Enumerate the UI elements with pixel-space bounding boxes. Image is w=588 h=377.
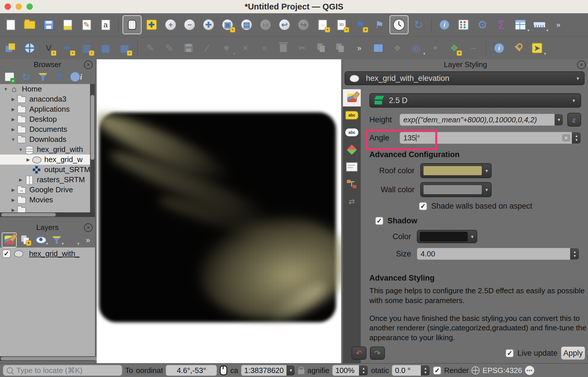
tree-item-hex-grid-geopackage[interactable]: ▼ hex_grid_with bbox=[0, 144, 95, 155]
manage-visibility-button[interactable]: ▾ bbox=[34, 233, 48, 247]
rotation-spinbox[interactable]: 0.0 ° ▲▼ bbox=[392, 365, 430, 376]
processing-toolbox-button[interactable]: ⚙ bbox=[474, 16, 491, 34]
tree-item-desktop[interactable]: ▶ Desktop bbox=[0, 114, 95, 124]
add-group-button[interactable]: ✚ bbox=[18, 233, 32, 247]
pan-map-button[interactable] bbox=[123, 15, 142, 34]
browser-filter-button[interactable] bbox=[36, 70, 50, 84]
expander-icon[interactable]: ▼ bbox=[10, 137, 17, 142]
new-virtual-layer-button[interactable]: ▦ ✶ bbox=[116, 39, 133, 57]
tree-item-anaconda3[interactable]: ▶ anaconda3 bbox=[0, 94, 95, 104]
scrollbar-thumb[interactable] bbox=[91, 95, 94, 160]
render-checkbox[interactable] bbox=[433, 366, 441, 375]
pan-to-selection-button[interactable]: ✚ bbox=[143, 16, 161, 34]
close-icon[interactable]: ✕ bbox=[577, 60, 586, 69]
spinner-control[interactable]: ▲▼ bbox=[570, 248, 579, 260]
tab-attributes[interactable] bbox=[343, 176, 361, 193]
refresh-map-button[interactable]: ↻ bbox=[410, 16, 427, 34]
expander-icon[interactable]: ▶ bbox=[10, 197, 17, 203]
tree-item-google-drive[interactable]: ▶ → Google Drive bbox=[0, 185, 95, 195]
save-project-button[interactable] bbox=[40, 16, 58, 34]
expander-icon[interactable]: ▶ bbox=[10, 97, 17, 102]
chevron-down-icon[interactable]: ▼ bbox=[287, 365, 295, 376]
tree-item-hex-grid-layer[interactable]: ▶ hex_grid_w bbox=[0, 155, 95, 165]
new-temporary-scratch-layer-button[interactable]: ▦ bbox=[97, 39, 114, 57]
new-print-layout-button[interactable] bbox=[59, 16, 77, 34]
temporal-controller-button[interactable] bbox=[390, 15, 408, 34]
messages-bubble-icon[interactable]: ••• bbox=[525, 366, 534, 375]
browser-refresh-button[interactable]: ↻ bbox=[19, 70, 33, 84]
tree-item-applications[interactable]: ▶ Applications bbox=[0, 104, 95, 114]
spinner-control[interactable]: ▲▼ bbox=[421, 365, 430, 376]
zoom-out-button[interactable]: − bbox=[181, 16, 198, 34]
magnifier-spinbox[interactable]: 100% ▲▼ bbox=[332, 365, 368, 376]
lock-scale-icon[interactable] bbox=[298, 370, 304, 374]
browser-horizontal-scrollbar[interactable] bbox=[0, 212, 95, 217]
expander-icon[interactable]: ▶ bbox=[10, 187, 17, 193]
expander-icon[interactable]: ▶ bbox=[10, 207, 17, 213]
renderer-dropdown[interactable]: 2.5 D ▼ bbox=[369, 93, 581, 108]
size-spinbox[interactable]: 4.00 ▲▼ bbox=[417, 248, 579, 260]
apply-button[interactable]: Apply bbox=[561, 346, 585, 360]
coordinate-input[interactable]: 4.6°,-53° bbox=[166, 365, 217, 376]
toolbar2-overflow-button[interactable]: » bbox=[350, 39, 368, 57]
expander-icon[interactable]: ▼ bbox=[2, 87, 9, 92]
scale-dropdown[interactable]: 1:38378620 ▼ bbox=[241, 365, 295, 376]
live-update-checkbox[interactable] bbox=[505, 349, 514, 357]
zoom-in-button[interactable]: + bbox=[162, 16, 180, 34]
identify-features-button[interactable]: i bbox=[436, 16, 453, 34]
shadow-color-dropdown[interactable]: ▼ bbox=[417, 230, 477, 243]
new-shapefile-layer-button[interactable]: ▥ ✶ bbox=[78, 39, 96, 57]
new-spatial-bookmark-button[interactable]: ⚑ ✚ bbox=[352, 16, 369, 34]
options-wrench-button[interactable] bbox=[509, 39, 527, 57]
wall-color-dropdown[interactable]: ▼ bbox=[420, 182, 492, 197]
identify-info-button[interactable]: i bbox=[490, 39, 508, 57]
zoom-to-selection-button[interactable]: ▣ ✶ bbox=[219, 16, 236, 34]
close-icon[interactable]: ✕ bbox=[84, 60, 93, 69]
tree-item-output-srtm[interactable]: output_SRTM bbox=[0, 165, 95, 175]
expander-icon[interactable]: ▼ bbox=[17, 147, 24, 152]
tree-item-documents[interactable]: ▶ Documents bbox=[0, 124, 95, 134]
map-canvas[interactable] bbox=[97, 59, 341, 363]
tree-item-rasters-srtm[interactable]: ▶ rasters_SRTM bbox=[0, 175, 95, 185]
style-manager-button[interactable]: a bbox=[97, 16, 114, 34]
expression-builder-button[interactable]: ε bbox=[567, 113, 581, 127]
layer-styling-toggle-button[interactable] bbox=[2, 233, 17, 247]
spinner-control[interactable]: ▲▼ bbox=[359, 365, 368, 376]
extents-mouse-icon[interactable] bbox=[220, 365, 227, 375]
browser-vertical-scrollbar[interactable] bbox=[90, 84, 95, 212]
angle-spinbox[interactable]: 135 ° ✕ ▲▼ bbox=[400, 132, 581, 144]
layer-row-hex-grid[interactable]: hex_grid_with_ bbox=[0, 247, 95, 260]
minimize-window-button[interactable] bbox=[16, 3, 22, 10]
tree-item-home[interactable]: ▼ Home bbox=[0, 84, 95, 94]
new-map-view-button[interactable]: + ✶ bbox=[314, 16, 331, 34]
expander-icon[interactable]: ▶ bbox=[17, 177, 24, 182]
add-polygon-annotation-button[interactable]: ❖ ✚ bbox=[445, 39, 463, 57]
tree-item-downloads[interactable]: ▼ Downloads bbox=[0, 134, 95, 144]
browser-properties-button[interactable]: i bbox=[69, 70, 83, 84]
tab-diagrams[interactable] bbox=[343, 158, 361, 176]
close-window-button[interactable] bbox=[5, 3, 11, 10]
shadow-checkbox[interactable] bbox=[375, 217, 383, 225]
tab-symbology[interactable] bbox=[343, 89, 361, 106]
vertex-tool-button[interactable]: ◎ ▾ bbox=[407, 39, 425, 57]
new-geopackage-layer-button[interactable]: ✒ ✶ bbox=[59, 39, 77, 57]
toolbar-overflow-button[interactable]: » bbox=[549, 16, 567, 34]
locator-search-input[interactable]: Type to locate (⌘K) bbox=[3, 365, 122, 376]
layers-overflow-button[interactable]: » bbox=[81, 233, 95, 247]
new-vector-layer-button[interactable]: V ✶ bbox=[40, 39, 58, 57]
roof-color-dropdown[interactable]: ▼ bbox=[420, 163, 492, 178]
tree-item-partial[interactable]: ▶ bbox=[0, 205, 95, 212]
map-tips-button[interactable] bbox=[369, 39, 387, 57]
redo-style-button[interactable]: ↷ bbox=[370, 346, 385, 360]
tab-masks[interactable]: abc bbox=[343, 124, 361, 141]
new-3d-map-view-button[interactable]: 3D ✶ bbox=[333, 16, 350, 34]
tab-history[interactable]: ⇄ bbox=[343, 193, 361, 210]
layer-visibility-checkbox[interactable] bbox=[2, 250, 11, 258]
tab-labels[interactable]: abc bbox=[343, 106, 361, 124]
select-features-button[interactable]: ➤ ▾ bbox=[528, 39, 546, 57]
open-project-button[interactable] bbox=[21, 16, 39, 34]
measure-button[interactable]: ▾ bbox=[530, 16, 548, 34]
expander-icon[interactable]: ▶ bbox=[10, 107, 17, 112]
data-source-manager-button[interactable] bbox=[2, 39, 20, 57]
filter-legend-button[interactable]: ▾ bbox=[50, 233, 64, 247]
